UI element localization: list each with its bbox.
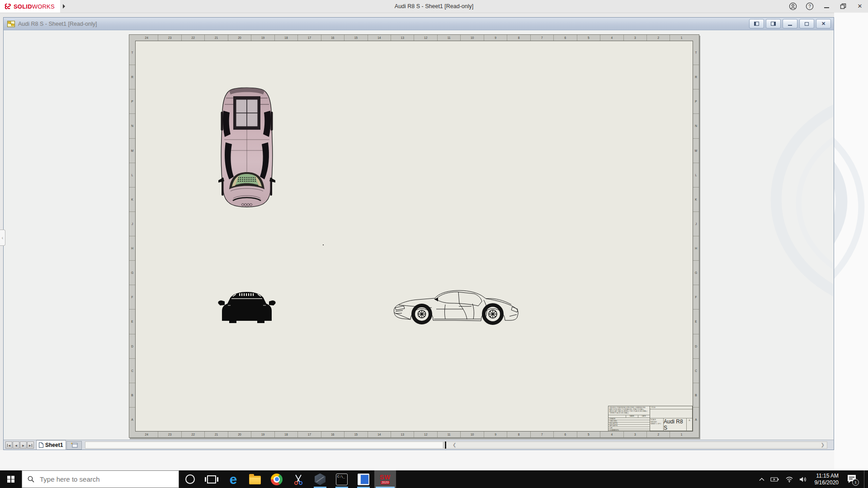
- volume-button[interactable]: [799, 476, 807, 483]
- previous-sheet-button[interactable]: ◀: [13, 441, 19, 449]
- show-desktop-button[interactable]: [864, 470, 867, 488]
- edrawings-button[interactable]: [309, 470, 331, 488]
- restore-button[interactable]: [839, 2, 848, 11]
- minimize-button[interactable]: [822, 2, 831, 11]
- tab-sheet1[interactable]: Sheet1: [36, 440, 66, 450]
- zone-label: 18: [274, 35, 297, 41]
- close-button[interactable]: ✕: [855, 2, 864, 11]
- title-block[interactable]: UNLESS OTHERWISE SPECIFIED: DIMENSIONS A…: [608, 406, 693, 431]
- chrome-button[interactable]: [266, 470, 288, 488]
- chrome-icon: [271, 474, 283, 485]
- account-icon[interactable]: [788, 2, 797, 11]
- file-explorer-icon: [249, 476, 261, 484]
- scroll-left-icon[interactable]: ❮: [453, 442, 456, 448]
- help-icon[interactable]: ?: [805, 2, 814, 11]
- chevron-left-icon: ‹: [2, 235, 3, 240]
- edge-icon: e: [230, 473, 237, 486]
- zone-label: 5: [577, 432, 600, 437]
- zone-label: A: [129, 407, 135, 432]
- toggle-left-pane-button[interactable]: [749, 19, 764, 28]
- zone-label: G: [693, 260, 699, 285]
- zone-label: 9: [484, 432, 507, 437]
- action-center-button[interactable]: 1: [846, 474, 858, 485]
- drawing-sheet[interactable]: 242322212019181716151413121110987654321 …: [129, 34, 699, 438]
- zone-label: 16: [321, 35, 344, 41]
- zone-label: J: [129, 211, 135, 236]
- snipping-tool-button[interactable]: [288, 470, 309, 488]
- document-restore-button[interactable]: [799, 19, 814, 28]
- search-icon: [28, 476, 34, 483]
- zone-label: 14: [368, 432, 391, 437]
- pane-splitter-handle[interactable]: [445, 441, 446, 449]
- drawing-view-front[interactable]: [218, 286, 276, 324]
- dassault-3ds-icon: [3, 3, 12, 10]
- zone-label: C: [693, 358, 699, 383]
- speaker-icon: [799, 476, 807, 483]
- stray-annotation-dot: [323, 244, 324, 245]
- last-sheet-button[interactable]: ▶: [27, 441, 34, 449]
- zone-label: 16: [321, 432, 344, 437]
- wifi-icon: [785, 476, 793, 483]
- command-prompt-button[interactable]: C:\_: [331, 470, 353, 488]
- edge-button[interactable]: e: [222, 470, 244, 488]
- tray-expand-button[interactable]: [759, 478, 764, 481]
- document-titlebar: Audi R8 S - Sheet1 [Read-only] ✕: [4, 18, 834, 30]
- menu-flyout-arrow-icon[interactable]: [63, 4, 65, 9]
- zone-label: 1: [670, 432, 693, 437]
- sheet-paper[interactable]: UNLESS OTHERWISE SPECIFIED: DIMENSIONS A…: [135, 41, 693, 432]
- edrawings-icon: [314, 474, 326, 485]
- sheet-tab-bar: ◀ ◀ ▶ ▶ Sheet1 ✶: [4, 440, 834, 450]
- zone-border-right: TRPNMLKJHGFEDCBA: [693, 41, 699, 432]
- add-sheet-tab[interactable]: ✶: [66, 441, 82, 450]
- solidworks-wordmark: SOLIDWORKS: [14, 3, 55, 10]
- title-block-rows: DRAWNCHECKEDENG APPR.MFG APPR.Q.A.COMMEN…: [609, 418, 650, 431]
- drawing-view-side[interactable]: [391, 286, 521, 326]
- battery-button[interactable]: [770, 477, 779, 482]
- status-bar: [0, 450, 834, 470]
- title-block-title-area: [650, 409, 692, 418]
- zone-label: 6: [553, 35, 576, 41]
- document-minimize-button[interactable]: [783, 19, 797, 28]
- task-view-button[interactable]: [201, 470, 222, 488]
- drawing-viewport[interactable]: 242322212019181716151413121110987654321 …: [4, 30, 833, 440]
- title-block-left: UNLESS OTHERWISE SPECIFIED: DIMENSIONS A…: [609, 406, 650, 431]
- app-window-button[interactable]: [353, 470, 374, 488]
- zone-label: 14: [368, 35, 391, 41]
- clock-date: 9/16/2020: [815, 479, 839, 486]
- file-explorer-button[interactable]: [244, 470, 266, 488]
- window-title: Audi R8 S - Sheet1 [Read-only]: [90, 0, 778, 13]
- start-button[interactable]: [0, 470, 22, 488]
- backdrop-swoosh: [698, 84, 833, 338]
- zone-label: D: [693, 334, 699, 358]
- drawing-view-top[interactable]: [218, 84, 276, 209]
- zone-label: 2: [646, 432, 670, 437]
- scrollbar-thumb[interactable]: [85, 442, 443, 448]
- first-sheet-button[interactable]: ◀: [5, 441, 12, 449]
- taskbar-clock[interactable]: 11:15 AM 9/16/2020: [813, 473, 840, 486]
- horizontal-scrollbar[interactable]: ❮ ❯: [85, 441, 827, 449]
- cortana-button[interactable]: [179, 470, 201, 488]
- title-block-row: COMMENTS:: [609, 429, 650, 432]
- zone-label: 4: [600, 35, 623, 41]
- document-close-button[interactable]: ✕: [816, 19, 831, 28]
- app-window-icon: [358, 474, 369, 485]
- solidworks-2020-icon: SW 2020: [380, 474, 391, 484]
- zone-label: 6: [553, 432, 576, 437]
- zone-label: L: [129, 163, 135, 187]
- toggle-right-pane-button[interactable]: [766, 19, 781, 28]
- taskbar-search[interactable]: [22, 470, 179, 488]
- zone-label: K: [693, 187, 699, 211]
- zone-label: 21: [204, 35, 227, 41]
- solidworks-taskbar-button[interactable]: SW 2020: [374, 470, 396, 488]
- notification-badge: 1: [852, 479, 859, 486]
- scroll-right-icon[interactable]: ❯: [821, 442, 825, 448]
- next-sheet-button[interactable]: ▶: [20, 441, 27, 449]
- search-input[interactable]: [39, 475, 149, 483]
- solidworks-logo[interactable]: SOLIDWORKS: [0, 0, 60, 13]
- network-button[interactable]: [785, 476, 793, 483]
- zone-label: M: [693, 138, 699, 163]
- zone-label: 11: [437, 432, 460, 437]
- featuremanager-flyout-tab[interactable]: ‹: [0, 230, 5, 246]
- zone-label: G: [129, 260, 135, 285]
- zone-border-top: 242322212019181716151413121110987654321: [135, 35, 693, 41]
